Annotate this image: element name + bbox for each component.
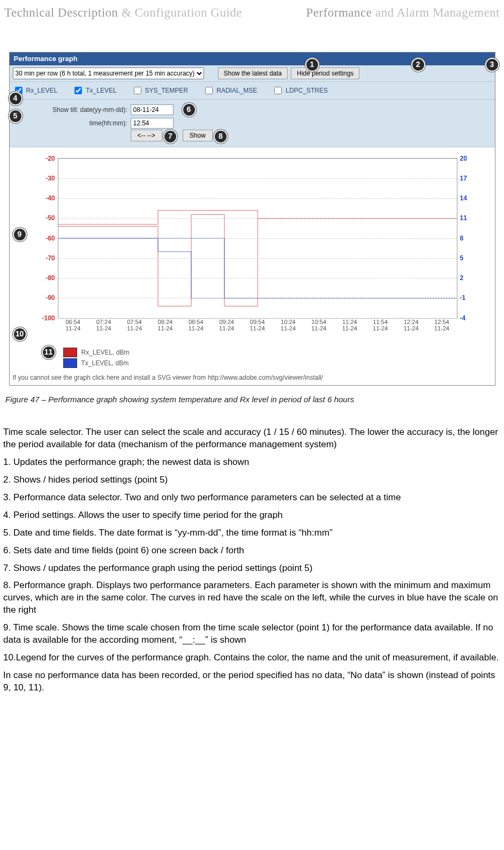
x-tick: 09:5411-24 [242, 319, 273, 345]
y-left-tick: -50 [35, 214, 55, 222]
x-tick: 07:2411-24 [88, 319, 119, 345]
x-tick: 09:2411-24 [211, 319, 242, 345]
header-left-b: & Configuration Guide [122, 6, 242, 19]
x-tick: 11:5411-24 [365, 319, 395, 345]
list-item-10: 10.Legend for the curves of the performa… [3, 652, 501, 664]
intro-paragraph: Time scale selector. The user can select… [3, 426, 501, 451]
header-left-a: Technical Description [4, 6, 118, 19]
period-settings: 5 Show till: date(yy-mm-dd): 6 time(hh:m… [10, 100, 495, 147]
y-left-tick: -90 [35, 294, 55, 302]
check-sys-temper[interactable]: SYS_TEMPER [132, 85, 189, 96]
callout-3: 3 [485, 58, 499, 72]
body-text: Time scale selector. The user can select… [3, 426, 501, 694]
controls-row: 30 min per row (6 h total, 1 measurement… [10, 65, 495, 82]
x-tick: 12:5411-24 [426, 319, 457, 345]
showtill-date-label: Show till: date(yy-mm-dd): [31, 106, 127, 114]
callout-8: 8 [214, 130, 228, 144]
tx-level-checkbox[interactable] [74, 87, 82, 94]
header-right-a: Performance [306, 6, 372, 19]
date-field[interactable] [131, 104, 174, 115]
y-right-tick: -1 [460, 294, 479, 302]
y-left-tick: -60 [35, 234, 55, 243]
callout-1: 1 [305, 58, 319, 72]
list-item-2: 2. Shows / hides period settings (point … [3, 474, 501, 486]
y-left-tick: -80 [35, 274, 55, 282]
y-left-tick: -40 [35, 194, 55, 202]
x-tick: 10:5411-24 [304, 319, 334, 345]
x-tick: 07:5411-24 [119, 319, 149, 345]
check-tx-level[interactable]: Tx_LEVEL [72, 85, 116, 96]
radial-mse-checkbox[interactable] [205, 87, 213, 94]
list-item-4: 4. Period settings. Allows the user to s… [3, 509, 501, 522]
y-right-tick: 14 [460, 194, 479, 202]
callout-4: 4 [9, 92, 22, 106]
chart-legend: 11 Rx_LEVEL, dBm Tx_LEVEL, dBm [10, 348, 495, 371]
parameter-selector-row: 4 Rx_LEVEL Tx_LEVEL SYS_TEMPER RADIAL_MS… [10, 82, 495, 100]
closing-paragraph: In case no performance data has been rec… [3, 670, 501, 694]
y-left-tick: -20 [35, 154, 55, 163]
y-left-tick: -100 [35, 314, 55, 322]
list-item-1: 1. Updates the performance graph; the ne… [3, 456, 501, 469]
x-tick: 10:2411-24 [273, 319, 303, 345]
x-tick: 06:5411-24 [58, 319, 88, 345]
x-tick: 08:2411-24 [150, 319, 180, 345]
callout-7: 7 [163, 130, 177, 144]
y-right-tick: 11 [460, 214, 479, 222]
legend-text-rx: Rx_LEVEL, dBm [81, 348, 130, 357]
legend-swatch-rx [63, 348, 77, 357]
time-label: time(hh:mm): [31, 119, 127, 127]
y-right-tick: 17 [460, 174, 479, 183]
legend-text-tx: Tx_LEVEL, dBm [81, 359, 129, 367]
check-ldpc-stres[interactable]: LDPC_STRES [272, 85, 328, 96]
callout-10: 10 [13, 327, 27, 341]
list-item-5: 5. Date and time fields. The date format… [3, 527, 501, 539]
time-scale-selector[interactable]: 30 min per row (6 h total, 1 measurement… [13, 67, 204, 79]
show-latest-button[interactable]: Show the latest data [218, 67, 288, 79]
chart-area: 9 -20-30-40-50-60-70-80-90-1002017141185… [10, 147, 495, 348]
legend-swatch-tx [63, 358, 77, 368]
sys-temper-checkbox[interactable] [134, 87, 141, 94]
list-item-8: 8. Performance graph. Displays two perfo… [3, 580, 501, 616]
check-radial-mse[interactable]: RADIAL_MSE [203, 85, 257, 96]
callout-11: 11 [42, 345, 56, 359]
time-field[interactable] [131, 118, 174, 129]
figure-caption: Figure 47 – Performance graph showing sy… [5, 394, 499, 405]
y-right-tick: 20 [460, 154, 479, 163]
x-tick: 12:2411-24 [396, 319, 426, 345]
callout-9: 9 [13, 228, 27, 242]
y-left-tick: -30 [35, 174, 55, 183]
ldpc-stres-checkbox[interactable] [274, 87, 282, 94]
y-right-tick: -4 [460, 314, 479, 322]
back-forward-button[interactable]: <-- --> [131, 130, 162, 141]
x-tick: 11:2411-24 [334, 319, 365, 345]
y-left-tick: -70 [35, 254, 55, 262]
header-right-b: and Alarm Management [375, 6, 500, 19]
list-item-3: 3. Performance data selector. Two and on… [3, 492, 501, 504]
document-header: Technical Description & Configuration Gu… [3, 4, 501, 25]
y-right-tick: 2 [460, 274, 479, 282]
y-right-tick: 8 [460, 234, 479, 243]
y-right-tick: 5 [460, 254, 479, 262]
list-item-6: 6. Sets date and time fields (point 6) o… [3, 545, 501, 557]
callout-6: 6 [182, 103, 196, 117]
callout-5: 5 [9, 109, 22, 123]
list-item-7: 7. Shows / updates the performance graph… [3, 562, 501, 575]
x-tick: 08:5411-24 [180, 319, 211, 345]
svg-viewer-note: If you cannot see the graph click here a… [10, 371, 495, 385]
show-button[interactable]: Show [183, 130, 213, 141]
callout-2: 2 [411, 58, 425, 72]
performance-graph-panel: Performance graph 30 min per row (6 h to… [9, 52, 495, 386]
list-item-9: 9. Time scale. Shows the time scale chos… [3, 622, 501, 646]
hide-period-button[interactable]: Hide period settings [291, 67, 359, 79]
